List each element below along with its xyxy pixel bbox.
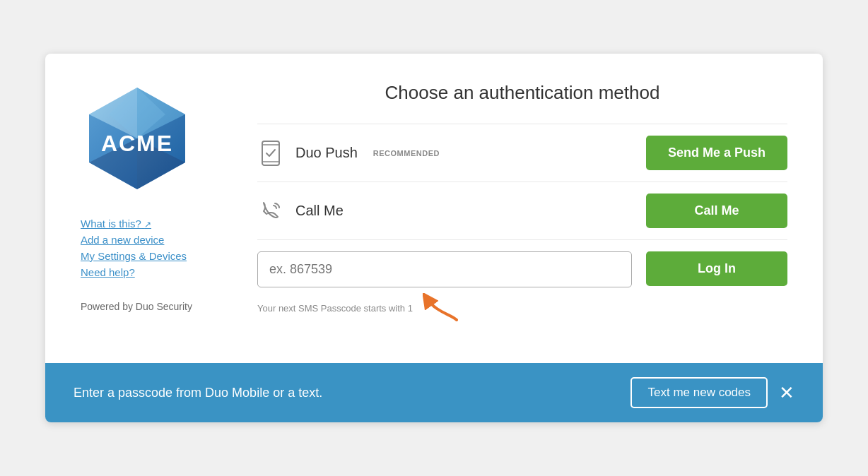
call-me-button[interactable]: Call Me xyxy=(646,194,787,228)
acme-logo: ACME xyxy=(81,82,194,195)
add-device-link[interactable]: Add a new device xyxy=(81,234,187,246)
duo-push-label: Duo Push RECOMMENDED xyxy=(257,140,440,167)
left-panel: ACME What is this? ↗ Add a new device My… xyxy=(81,82,229,335)
right-panel: Choose an authentication method xyxy=(257,82,787,335)
send-push-button[interactable]: Send Me a Push xyxy=(646,136,787,170)
duo-push-text: Duo Push xyxy=(295,145,358,161)
card-body: ACME What is this? ↗ Add a new device My… xyxy=(45,54,823,363)
duo-push-row: Duo Push RECOMMENDED Send Me a Push xyxy=(257,124,787,182)
logo-container: ACME xyxy=(81,82,194,198)
call-me-label: Call Me xyxy=(257,198,344,225)
footer-message: Enter a passcode from Duo Mobile or a te… xyxy=(74,386,322,400)
card-footer: Enter a passcode from Duo Mobile or a te… xyxy=(45,363,823,422)
what-is-this-link[interactable]: What is this? ↗ xyxy=(81,218,187,230)
passcode-input-wrap: Your next SMS Passcode starts with 1 xyxy=(257,251,632,323)
footer-actions: Text me new codes ✕ xyxy=(631,377,794,408)
need-help-link[interactable]: Need help? xyxy=(81,266,187,278)
arrow-icon xyxy=(423,293,458,323)
left-links: What is this? ↗ Add a new device My Sett… xyxy=(81,218,187,278)
settings-devices-link[interactable]: My Settings & Devices xyxy=(81,250,187,262)
auth-card: ACME What is this? ↗ Add a new device My… xyxy=(45,54,823,422)
close-button[interactable]: ✕ xyxy=(779,383,794,402)
svg-text:ACME: ACME xyxy=(101,131,173,156)
login-button[interactable]: Log In xyxy=(646,251,787,286)
passcode-row: Your next SMS Passcode starts with 1 xyxy=(257,240,787,335)
passcode-input[interactable] xyxy=(257,251,632,287)
external-link-icon: ↗ xyxy=(144,220,151,230)
page-title: Choose an authentication method xyxy=(257,82,787,104)
recommended-badge: RECOMMENDED xyxy=(373,149,440,157)
page-wrapper: ACME What is this? ↗ Add a new device My… xyxy=(0,0,868,476)
call-me-text: Call Me xyxy=(295,203,344,219)
text-me-button[interactable]: Text me new codes xyxy=(631,377,768,408)
duo-push-icon xyxy=(257,140,284,167)
call-me-row: Call Me Call Me xyxy=(257,182,787,240)
call-me-icon xyxy=(257,198,284,225)
sms-hint: Your next SMS Passcode starts with 1 xyxy=(257,293,632,323)
powered-by-text: Powered by Duo Security xyxy=(81,301,192,312)
